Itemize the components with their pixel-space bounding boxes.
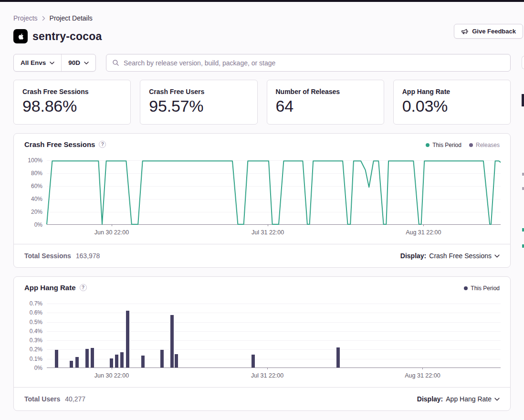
give-feedback-button[interactable]: Give Feedback: [454, 24, 523, 39]
breadcrumb: Projects Project Details: [13, 14, 511, 22]
y-axis-tick-label: 0.2%: [30, 346, 42, 353]
line-series: [47, 160, 501, 224]
cutoff-content-fragment: [522, 173, 524, 176]
y-axis-tick-label: 0.1%: [30, 356, 42, 362]
top-border-bar: [0, 0, 524, 2]
display-option-dropdown[interactable]: Display: Crash Free Sessions: [400, 252, 500, 260]
crash-free-sessions-chart[interactable]: 0%20%40%60%80%100%Jun 30 22:00Jul 31 22:…: [47, 160, 501, 225]
cutoff-content-fragment: [522, 94, 524, 106]
bar-series-bar: [120, 352, 124, 368]
chevron-down-icon: [84, 62, 89, 64]
chevron-right-icon: [42, 16, 45, 21]
chart-legend: This PeriodReleases: [426, 142, 500, 148]
app-hang-rate-chart[interactable]: 0%0.1%0.2%0.3%0.4%0.5%0.6%0.7%Jun 30 22:…: [47, 304, 501, 368]
y-axis-tick-label: 0.3%: [30, 337, 42, 344]
legend-item[interactable]: This Period: [426, 142, 461, 148]
project-details-page: Projects Project Details Give Feedback s…: [0, 14, 524, 411]
x-axis-tick-label: Aug 31 22:00: [405, 372, 440, 379]
legend-label: This Period: [471, 285, 500, 292]
app-hang-rate-panel: App Hang Rate ? This Period 0%0.1%0.2%0.…: [13, 276, 511, 411]
x-axis-tick: [422, 368, 423, 369]
stat-label: App Hang Rate: [402, 88, 502, 95]
display-value: Crash Free Sessions: [429, 252, 492, 260]
y-axis-tick-label: 80%: [31, 170, 42, 177]
x-axis-tick-label: Aug 31 22:00: [406, 229, 441, 236]
legend-dot: [426, 143, 430, 147]
display-option-dropdown[interactable]: Display: App Hang Rate: [417, 395, 500, 403]
legend-item[interactable]: Releases: [469, 142, 500, 148]
environment-filter-button[interactable]: All Envs: [14, 54, 61, 71]
bar-series-bar: [55, 350, 58, 368]
stat-label: Number of Releases: [276, 88, 375, 95]
y-axis-tick-label: 100%: [28, 157, 42, 164]
chart-legend: This Period: [464, 285, 500, 292]
stat-label: Crash Free Sessions: [22, 88, 122, 95]
x-axis-tick: [112, 368, 112, 369]
y-axis-tick-label: 0%: [34, 365, 42, 371]
legend-label: This Period: [432, 142, 461, 148]
y-axis-tick-label: 40%: [31, 196, 42, 202]
x-axis-tick: [268, 224, 268, 226]
y-axis-tick-label: 20%: [31, 209, 42, 215]
panel-title: App Hang Rate: [24, 284, 76, 292]
bar-series-bar: [336, 347, 340, 368]
project-header: sentry-cocoa: [13, 29, 511, 44]
gridline: [47, 313, 501, 313]
y-axis-tick-label: 0.7%: [30, 300, 42, 307]
env-period-filter-group: All Envs 90D: [13, 54, 96, 72]
breadcrumb-projects-link[interactable]: Projects: [13, 14, 38, 22]
stat-value: 95.57%: [149, 97, 248, 116]
y-axis-tick-label: 0%: [34, 221, 42, 228]
total-users-label: Total Users: [24, 395, 60, 403]
legend-item[interactable]: This Period: [464, 285, 500, 292]
x-axis-tick: [267, 368, 268, 369]
display-value: App Hang Rate: [446, 395, 492, 403]
gridline: [47, 304, 501, 304]
bar-series-bar: [85, 349, 89, 368]
bar-series-bar: [141, 356, 145, 368]
stat-value: 98.86%: [22, 97, 122, 116]
bar-series-bar: [175, 354, 178, 368]
date-range-filter-button[interactable]: 90D: [62, 54, 95, 71]
gridline: [47, 340, 501, 341]
bar-series-bar: [70, 361, 73, 368]
help-question-icon[interactable]: ?: [99, 141, 106, 148]
help-question-icon[interactable]: ?: [80, 284, 87, 291]
date-range-label: 90D: [68, 59, 80, 66]
stat-card-number-of-releases: Number of Releases 64: [267, 80, 384, 125]
stat-value: 64: [276, 97, 375, 116]
stat-card-crash-free-sessions: Crash Free Sessions 98.86%: [13, 80, 131, 125]
bar-series-bar: [91, 348, 94, 368]
crash-free-sessions-panel: Crash Free Sessions ? This PeriodRelease…: [13, 133, 511, 268]
cutoff-content-fragment: [522, 228, 524, 231]
legend-label: Releases: [476, 142, 500, 148]
megaphone-icon: [461, 28, 469, 35]
cutoff-card-fragment: [522, 56, 524, 69]
chevron-down-icon: [494, 398, 500, 401]
stat-card-app-hang-rate: App Hang Rate 0.03%: [393, 80, 511, 125]
panel-footer: Total Sessions 163,978 Display: Crash Fr…: [14, 244, 510, 267]
panel-title: Crash Free Sessions: [24, 140, 95, 148]
total-sessions-value: 163,978: [76, 252, 100, 260]
release-search-box: [106, 54, 511, 72]
y-axis-tick-label: 0.5%: [30, 319, 42, 326]
x-axis-tick-label: Jun 30 22:00: [94, 229, 129, 236]
bar-series-bar: [110, 358, 113, 368]
stat-value: 0.03%: [402, 97, 502, 116]
cutoff-content-fragment: [522, 244, 524, 248]
release-search-input[interactable]: [124, 59, 504, 67]
bar-series-bar: [75, 357, 79, 368]
bar-series-bar: [115, 355, 118, 368]
page-title: sentry-cocoa: [32, 30, 102, 43]
gridline: [47, 331, 501, 332]
gridline: [47, 322, 501, 323]
apple-platform-icon: [13, 29, 28, 43]
x-axis-tick-label: Jul 31 22:00: [252, 229, 284, 236]
display-label: Display:: [417, 395, 443, 403]
legend-dot: [469, 143, 473, 147]
x-axis-tick-label: Jun 30 22:00: [94, 372, 129, 379]
total-sessions-label: Total Sessions: [24, 252, 71, 260]
stats-summary-row: Crash Free Sessions 98.86% Crash Free Us…: [13, 80, 511, 125]
y-axis-tick-label: 60%: [31, 183, 42, 189]
gridline: [47, 349, 501, 350]
